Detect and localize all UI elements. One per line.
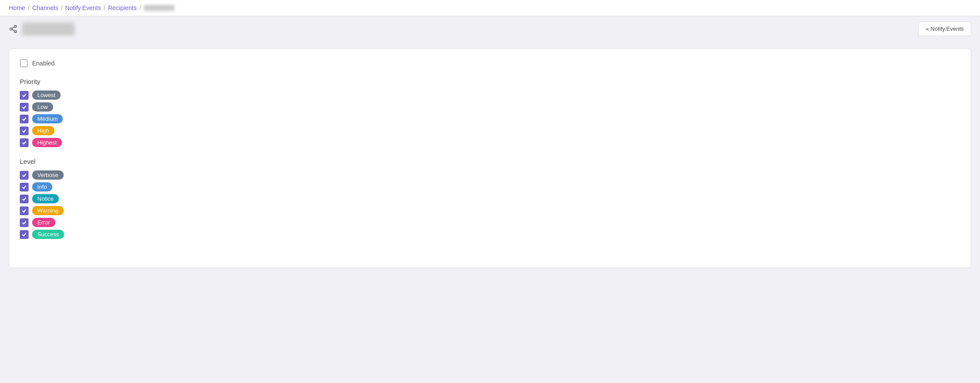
priority-tag-medium[interactable]: Medium xyxy=(32,114,63,123)
breadcrumb-home[interactable]: Home xyxy=(9,4,25,11)
priority-checkbox-highest[interactable] xyxy=(20,138,29,147)
level-checkbox-success[interactable] xyxy=(20,230,29,239)
level-checkbox-error[interactable] xyxy=(20,218,29,227)
level-row: Error xyxy=(20,218,960,227)
priority-tag-low[interactable]: Low xyxy=(32,102,53,112)
level-tag-verbose[interactable]: Verbose xyxy=(32,170,64,180)
priority-tag-lowest[interactable]: Lowest xyxy=(32,90,61,100)
enabled-row: Enabled xyxy=(20,59,960,67)
svg-point-0 xyxy=(15,25,17,27)
level-row: Success xyxy=(20,230,960,239)
main-content: Enabled Priority LowestLowMediumHighHigh… xyxy=(0,41,980,275)
priority-checkbox-high[interactable] xyxy=(20,126,29,135)
priority-section: Priority LowestLowMediumHighHighest xyxy=(20,78,960,147)
priority-checkbox-low[interactable] xyxy=(20,103,29,112)
enabled-label: Enabled xyxy=(32,60,54,67)
priority-tag-highest[interactable]: Highest xyxy=(32,138,62,147)
level-tag-info[interactable]: Info xyxy=(32,182,52,192)
priority-checkbox-lowest[interactable] xyxy=(20,91,29,100)
level-checkbox-info[interactable] xyxy=(20,183,29,192)
breadcrumb-channels[interactable]: Channels xyxy=(32,4,58,11)
settings-card: Enabled Priority LowestLowMediumHighHigh… xyxy=(9,48,971,268)
priority-row: Low xyxy=(20,102,960,112)
breadcrumb-notify-events[interactable]: Notify.Events xyxy=(65,4,101,11)
notify-events-button[interactable]: « Notify.Events xyxy=(918,22,971,36)
enabled-checkbox[interactable] xyxy=(20,59,28,67)
header-logo xyxy=(22,22,75,36)
svg-line-3 xyxy=(12,29,15,31)
priority-tag-high[interactable]: High xyxy=(32,126,54,135)
page-header: « Notify.Events xyxy=(0,16,980,41)
level-title: Level xyxy=(20,158,960,165)
level-tag-notice[interactable]: Notice xyxy=(32,194,59,203)
level-row: Warning xyxy=(20,206,960,215)
svg-point-2 xyxy=(15,30,17,33)
svg-line-4 xyxy=(12,27,15,28)
level-checkbox-verbose[interactable] xyxy=(20,171,29,180)
priority-row: Medium xyxy=(20,114,960,123)
level-row: Info xyxy=(20,182,960,192)
svg-point-1 xyxy=(10,28,12,30)
breadcrumb-recipients[interactable]: Recipients xyxy=(108,4,137,11)
level-section: Level VerboseInfoNoticeWarningErrorSucce… xyxy=(20,158,960,239)
breadcrumb-bar: Home / Channels / Notify.Events / Recipi… xyxy=(0,0,980,16)
level-row: Notice xyxy=(20,194,960,203)
priority-row: High xyxy=(20,126,960,135)
share-icon[interactable] xyxy=(9,25,18,33)
priority-row: Lowest xyxy=(20,90,960,100)
priority-checkbox-medium[interactable] xyxy=(20,115,29,123)
level-tag-warning[interactable]: Warning xyxy=(32,206,64,215)
level-row: Verbose xyxy=(20,170,960,180)
level-checkbox-notice[interactable] xyxy=(20,195,29,203)
priority-title: Priority xyxy=(20,78,960,85)
level-checkbox-warning[interactable] xyxy=(20,206,29,215)
priority-row: Highest xyxy=(20,138,960,147)
level-list: VerboseInfoNoticeWarningErrorSuccess xyxy=(20,170,960,239)
priority-list: LowestLowMediumHighHighest xyxy=(20,90,960,147)
breadcrumb-current xyxy=(144,5,174,11)
level-tag-error[interactable]: Error xyxy=(32,218,55,227)
level-tag-success[interactable]: Success xyxy=(32,230,64,239)
breadcrumb: Home / Channels / Notify.Events / Recipi… xyxy=(9,4,174,11)
